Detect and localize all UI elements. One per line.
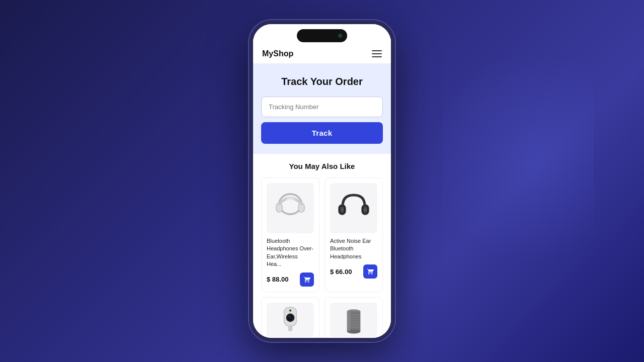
svg-point-9 [364,208,367,211]
product-price-2: $ 66.00 [330,268,352,276]
product-image-1 [267,183,314,233]
track-section: Track Your Order Track [253,64,391,154]
product-name-1: Bluetooth Headphones Over-Ear,Wireless H… [267,237,314,268]
recommendations-section: You May Also Like [253,154,391,338]
product-card-1: Bluetooth Headphones Over-Ear,Wireless H… [261,177,319,292]
track-title: Track Your Order [261,76,383,87]
app-logo: MyShop [262,49,293,58]
product-image-3 [267,303,314,337]
product-card-2: Active Noise Ear Bluetooth Headphones $ … [325,177,383,292]
add-to-cart-button-1[interactable] [300,273,314,287]
phone-screen: MyShop Track Your Order Track You May Al… [253,24,391,338]
menu-button[interactable] [372,50,382,57]
svg-point-3 [286,198,294,201]
product-image-4 [330,303,377,337]
menu-line-1 [372,50,382,51]
speaker-icon [341,303,366,337]
product-name-2: Active Noise Ear Bluetooth Headphones [330,237,377,260]
cart-icon-1 [303,276,310,283]
svg-point-14 [288,316,290,317]
products-bottom-row [261,297,383,338]
product-card-4 [325,297,383,338]
svg-rect-26 [347,311,351,331]
recommendations-title: You May Also Like [261,162,383,170]
product-footer-1: $ 88.00 [267,273,314,287]
headphone-white-icon [270,188,310,228]
add-to-cart-button-2[interactable] [363,264,377,279]
menu-line-2 [372,53,382,54]
product-image-2 [330,183,377,233]
headphone-black-icon [334,188,374,228]
product-card-3 [261,297,319,338]
dynamic-island [297,29,347,42]
svg-rect-16 [288,326,292,331]
track-button[interactable]: Track [261,122,383,144]
phone-frame: MyShop Track Your Order Track You May Al… [249,20,395,342]
tracking-number-input[interactable] [261,97,383,117]
svg-point-15 [289,309,291,311]
svg-point-8 [341,208,344,211]
product-price-1: $ 88.00 [267,276,288,283]
products-grid: Bluetooth Headphones Over-Ear,Wireless H… [261,177,383,292]
menu-line-3 [372,56,382,57]
content-area: Track Your Order Track You May Also Like [253,64,391,338]
product-footer-2: $ 66.00 [330,264,377,279]
cart-icon-2 [367,268,374,275]
camera-dot [338,34,342,38]
camera-icon [278,303,303,337]
